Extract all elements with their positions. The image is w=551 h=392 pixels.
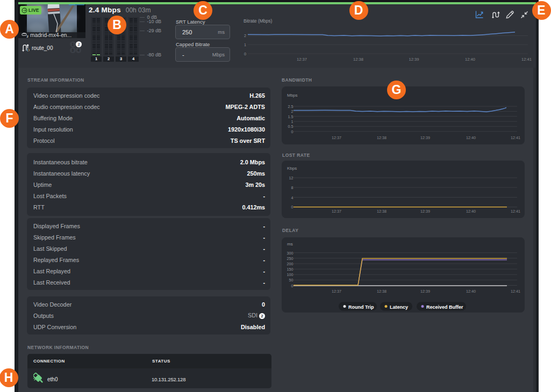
svg-text:12:38: 12:38: [377, 289, 387, 294]
svg-text:12:38: 12:38: [377, 209, 387, 214]
svg-text:12:37: 12:37: [297, 57, 307, 62]
svg-text:ms: ms: [287, 242, 293, 246]
svg-text:0: 0: [291, 284, 294, 288]
svg-text:2: 2: [244, 33, 246, 38]
svg-text:12:39: 12:39: [420, 209, 430, 214]
svg-text:12:40: 12:40: [465, 57, 475, 62]
svg-text:12:40: 12:40: [466, 289, 476, 294]
svg-text:0: 0: [244, 52, 246, 56]
svg-text:200: 200: [287, 262, 294, 266]
svg-text:12:41: 12:41: [511, 289, 520, 294]
svg-text:12:40: 12:40: [466, 135, 476, 140]
svg-text:1.5: 1.5: [288, 114, 294, 119]
svg-text:250: 250: [287, 256, 294, 261]
svg-text:300: 300: [287, 251, 294, 256]
svg-text:12:37: 12:37: [332, 135, 341, 140]
svg-text:12:38: 12:38: [353, 57, 363, 62]
svg-text:8: 8: [291, 185, 294, 190]
svg-text:Mbps: Mbps: [287, 93, 298, 98]
svg-text:4: 4: [291, 195, 294, 200]
svg-text:50: 50: [289, 278, 294, 282]
svg-text:12:41: 12:41: [511, 135, 520, 140]
svg-text:0.5: 0.5: [288, 124, 294, 129]
svg-text:12: 12: [289, 176, 294, 180]
svg-text:1: 1: [244, 42, 246, 47]
svg-text:12:41: 12:41: [511, 209, 520, 214]
svg-text:12:40: 12:40: [466, 209, 476, 214]
svg-text:0: 0: [291, 205, 294, 209]
svg-text:Bitrate (Mbps): Bitrate (Mbps): [244, 18, 273, 24]
svg-text:Kbps: Kbps: [287, 166, 297, 171]
svg-text:2: 2: [27, 35, 29, 38]
svg-text:12:39: 12:39: [420, 135, 430, 140]
svg-text:12:38: 12:38: [377, 135, 387, 140]
svg-text:1: 1: [291, 119, 294, 124]
svg-text:2: 2: [291, 109, 294, 114]
svg-text:0: 0: [291, 129, 294, 134]
svg-text:12:39: 12:39: [420, 289, 430, 294]
svg-text:Round Trip: Round Trip: [348, 304, 374, 310]
svg-text:Latency: Latency: [390, 304, 408, 310]
svg-text:12:37: 12:37: [332, 209, 341, 214]
svg-text:12:37: 12:37: [332, 289, 341, 294]
svg-text:12:39: 12:39: [409, 57, 419, 62]
svg-text:2.5: 2.5: [288, 104, 294, 109]
svg-text:Received Buffer: Received Buffer: [426, 304, 463, 310]
svg-text:150: 150: [287, 267, 294, 272]
svg-text:100: 100: [287, 272, 294, 277]
svg-text:12:41: 12:41: [521, 57, 532, 62]
